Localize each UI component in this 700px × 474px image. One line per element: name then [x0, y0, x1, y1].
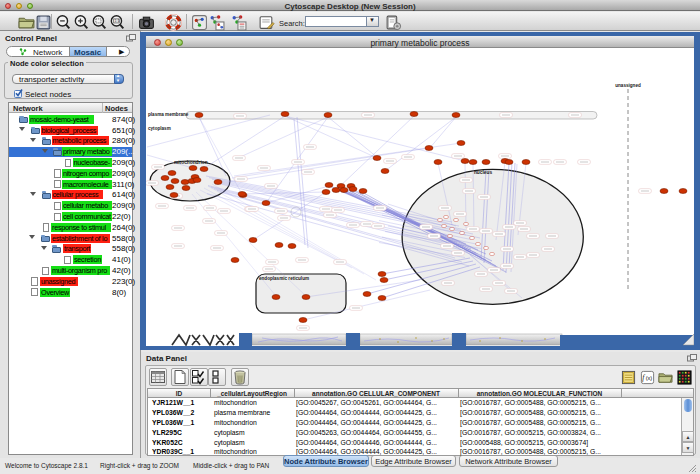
- svg-text:1:1: 1:1: [115, 19, 120, 23]
